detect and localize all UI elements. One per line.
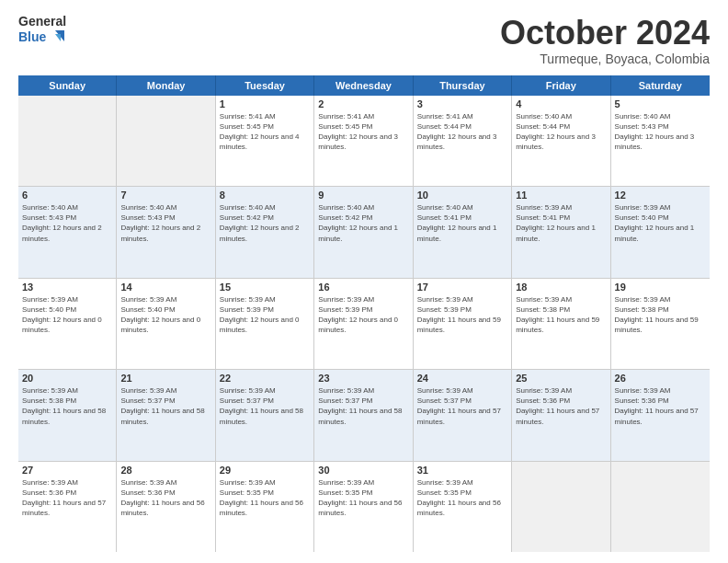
cell-date: 29 (220, 465, 310, 476)
cal-row-3: 20Sunrise: 5:39 AM Sunset: 5:38 PM Dayli… (18, 370, 710, 461)
header-monday: Monday (117, 75, 215, 96)
cell-date: 27 (22, 465, 112, 476)
cal-cell-1-5: 11Sunrise: 5:39 AM Sunset: 5:41 PM Dayli… (512, 187, 610, 277)
cell-info: Sunrise: 5:39 AM Sunset: 5:35 PM Dayligh… (318, 477, 408, 519)
cell-info: Sunrise: 5:39 AM Sunset: 5:38 PM Dayligh… (615, 294, 706, 336)
cell-info: Sunrise: 5:39 AM Sunset: 5:37 PM Dayligh… (318, 385, 408, 427)
cell-date: 6 (22, 190, 112, 201)
calendar-body: 1Sunrise: 5:41 AM Sunset: 5:45 PM Daylig… (18, 96, 710, 552)
cal-row-0: 1Sunrise: 5:41 AM Sunset: 5:45 PM Daylig… (18, 96, 710, 187)
cal-cell-4-0: 27Sunrise: 5:39 AM Sunset: 5:36 PM Dayli… (18, 462, 117, 552)
cell-date: 13 (22, 282, 112, 293)
cell-date: 28 (120, 465, 210, 476)
cell-info: Sunrise: 5:41 AM Sunset: 5:45 PM Dayligh… (220, 111, 310, 153)
cell-date: 19 (615, 282, 706, 293)
cell-info: Sunrise: 5:39 AM Sunset: 5:38 PM Dayligh… (516, 294, 606, 336)
cell-info: Sunrise: 5:41 AM Sunset: 5:45 PM Dayligh… (318, 111, 408, 153)
cal-cell-0-5: 4Sunrise: 5:40 AM Sunset: 5:44 PM Daylig… (512, 96, 610, 186)
cell-info: Sunrise: 5:39 AM Sunset: 5:35 PM Dayligh… (220, 477, 310, 519)
cal-cell-3-5: 25Sunrise: 5:39 AM Sunset: 5:36 PM Dayli… (512, 370, 610, 460)
cal-cell-3-1: 21Sunrise: 5:39 AM Sunset: 5:37 PM Dayli… (117, 370, 215, 460)
cell-info: Sunrise: 5:40 AM Sunset: 5:43 PM Dayligh… (22, 202, 112, 244)
cal-cell-1-4: 10Sunrise: 5:40 AM Sunset: 5:41 PM Dayli… (414, 187, 512, 277)
cell-date: 5 (615, 98, 706, 109)
header-friday: Friday (512, 75, 610, 96)
cal-cell-3-3: 23Sunrise: 5:39 AM Sunset: 5:37 PM Dayli… (314, 370, 413, 460)
cell-info: Sunrise: 5:40 AM Sunset: 5:43 PM Dayligh… (615, 111, 706, 153)
cal-cell-4-6 (611, 462, 710, 552)
cell-info: Sunrise: 5:39 AM Sunset: 5:37 PM Dayligh… (120, 385, 210, 427)
cal-cell-0-0 (18, 96, 117, 186)
cal-cell-3-0: 20Sunrise: 5:39 AM Sunset: 5:38 PM Dayli… (18, 370, 117, 460)
cal-row-4: 27Sunrise: 5:39 AM Sunset: 5:36 PM Dayli… (18, 462, 710, 552)
cell-info: Sunrise: 5:39 AM Sunset: 5:36 PM Dayligh… (22, 477, 112, 519)
cell-info: Sunrise: 5:39 AM Sunset: 5:35 PM Dayligh… (417, 477, 507, 519)
logo-wave-icon (48, 29, 64, 45)
cell-date: 10 (417, 190, 507, 201)
cal-cell-0-2: 1Sunrise: 5:41 AM Sunset: 5:45 PM Daylig… (216, 96, 314, 186)
cell-date: 16 (318, 282, 408, 293)
cell-date: 30 (318, 465, 408, 476)
header-thursday: Thursday (414, 75, 512, 96)
cell-info: Sunrise: 5:40 AM Sunset: 5:44 PM Dayligh… (516, 111, 606, 153)
cell-info: Sunrise: 5:40 AM Sunset: 5:42 PM Dayligh… (220, 202, 310, 244)
cal-cell-4-1: 28Sunrise: 5:39 AM Sunset: 5:36 PM Dayli… (117, 462, 215, 552)
cal-cell-4-4: 31Sunrise: 5:39 AM Sunset: 5:35 PM Dayli… (414, 462, 512, 552)
cal-cell-2-1: 14Sunrise: 5:39 AM Sunset: 5:40 PM Dayli… (117, 279, 215, 369)
cal-cell-2-3: 16Sunrise: 5:39 AM Sunset: 5:39 PM Dayli… (314, 279, 413, 369)
cal-cell-2-4: 17Sunrise: 5:39 AM Sunset: 5:39 PM Dayli… (414, 279, 512, 369)
cell-info: Sunrise: 5:39 AM Sunset: 5:37 PM Dayligh… (417, 385, 507, 427)
cell-date: 15 (220, 282, 310, 293)
svg-marker-1 (55, 34, 61, 41)
cell-info: Sunrise: 5:40 AM Sunset: 5:43 PM Dayligh… (120, 202, 210, 244)
cell-info: Sunrise: 5:39 AM Sunset: 5:41 PM Dayligh… (516, 202, 606, 244)
cal-cell-3-4: 24Sunrise: 5:39 AM Sunset: 5:37 PM Dayli… (414, 370, 512, 460)
cell-info: Sunrise: 5:39 AM Sunset: 5:36 PM Dayligh… (615, 385, 706, 427)
calendar-header: Sunday Monday Tuesday Wednesday Thursday… (18, 75, 710, 96)
logo-blue: Blue (18, 29, 66, 45)
cal-cell-1-1: 7Sunrise: 5:40 AM Sunset: 5:43 PM Daylig… (117, 187, 215, 277)
header-sunday: Sunday (18, 75, 117, 96)
cal-cell-0-3: 2Sunrise: 5:41 AM Sunset: 5:45 PM Daylig… (314, 96, 413, 186)
cal-cell-0-6: 5Sunrise: 5:40 AM Sunset: 5:43 PM Daylig… (611, 96, 710, 186)
cal-cell-4-5 (512, 462, 610, 552)
cell-info: Sunrise: 5:39 AM Sunset: 5:40 PM Dayligh… (615, 202, 706, 244)
cell-date: 7 (120, 190, 210, 201)
cal-cell-2-0: 13Sunrise: 5:39 AM Sunset: 5:40 PM Dayli… (18, 279, 117, 369)
cell-info: Sunrise: 5:41 AM Sunset: 5:44 PM Dayligh… (417, 111, 507, 153)
cal-cell-3-2: 22Sunrise: 5:39 AM Sunset: 5:37 PM Dayli… (216, 370, 314, 460)
cell-date: 11 (516, 190, 606, 201)
page: General Blue October 2024 Turmeque, Boya… (0, 0, 728, 563)
cal-cell-2-2: 15Sunrise: 5:39 AM Sunset: 5:39 PM Dayli… (216, 279, 314, 369)
cell-info: Sunrise: 5:40 AM Sunset: 5:42 PM Dayligh… (318, 202, 408, 244)
cell-info: Sunrise: 5:39 AM Sunset: 5:37 PM Dayligh… (220, 385, 310, 427)
cell-info: Sunrise: 5:39 AM Sunset: 5:36 PM Dayligh… (120, 477, 210, 519)
cell-date: 14 (120, 282, 210, 293)
month-title: October 2024 (500, 15, 710, 52)
cal-cell-3-6: 26Sunrise: 5:39 AM Sunset: 5:36 PM Dayli… (611, 370, 710, 460)
cell-date: 23 (318, 373, 408, 384)
cell-info: Sunrise: 5:39 AM Sunset: 5:39 PM Dayligh… (318, 294, 408, 336)
cell-date: 18 (516, 282, 606, 293)
cell-info: Sunrise: 5:39 AM Sunset: 5:36 PM Dayligh… (516, 385, 606, 427)
cal-cell-1-3: 9Sunrise: 5:40 AM Sunset: 5:42 PM Daylig… (314, 187, 413, 277)
title-block: October 2024 Turmeque, Boyaca, Colombia (500, 15, 710, 66)
cal-cell-1-6: 12Sunrise: 5:39 AM Sunset: 5:40 PM Dayli… (611, 187, 710, 277)
cal-row-1: 6Sunrise: 5:40 AM Sunset: 5:43 PM Daylig… (18, 187, 710, 278)
cal-cell-2-5: 18Sunrise: 5:39 AM Sunset: 5:38 PM Dayli… (512, 279, 610, 369)
logo: General Blue (18, 15, 66, 45)
cell-date: 8 (220, 190, 310, 201)
header-wednesday: Wednesday (314, 75, 413, 96)
cal-cell-1-2: 8Sunrise: 5:40 AM Sunset: 5:42 PM Daylig… (216, 187, 314, 277)
cal-cell-2-6: 19Sunrise: 5:39 AM Sunset: 5:38 PM Dayli… (611, 279, 710, 369)
cal-cell-4-2: 29Sunrise: 5:39 AM Sunset: 5:35 PM Dayli… (216, 462, 314, 552)
cell-date: 31 (417, 465, 507, 476)
cell-info: Sunrise: 5:39 AM Sunset: 5:40 PM Dayligh… (22, 294, 112, 336)
cell-info: Sunrise: 5:39 AM Sunset: 5:38 PM Dayligh… (22, 385, 112, 427)
cell-date: 26 (615, 373, 706, 384)
cell-date: 9 (318, 190, 408, 201)
cell-date: 17 (417, 282, 507, 293)
cal-cell-0-4: 3Sunrise: 5:41 AM Sunset: 5:44 PM Daylig… (414, 96, 512, 186)
header: General Blue October 2024 Turmeque, Boya… (18, 15, 710, 66)
calendar: Sunday Monday Tuesday Wednesday Thursday… (18, 75, 710, 552)
